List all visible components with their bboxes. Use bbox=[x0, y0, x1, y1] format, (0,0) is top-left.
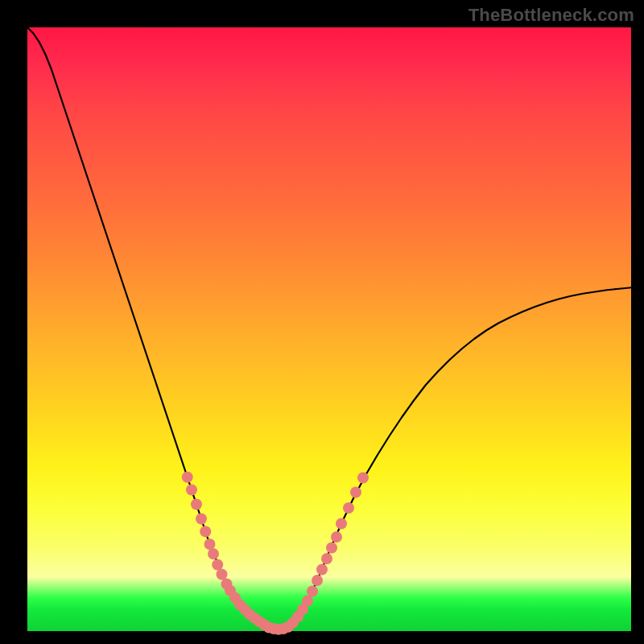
outer-frame: TheBottleneck.com bbox=[0, 0, 644, 644]
highlight-dot bbox=[186, 485, 197, 496]
highlight-dot bbox=[204, 539, 216, 550]
highlight-dot bbox=[307, 586, 318, 597]
highlight-dot bbox=[336, 518, 347, 530]
highlight-dot bbox=[331, 531, 342, 543]
chart-svg bbox=[27, 27, 631, 631]
highlight-dot bbox=[312, 575, 323, 586]
highlight-dot bbox=[212, 559, 223, 571]
highlight-dot bbox=[343, 502, 354, 514]
highlight-dot bbox=[217, 569, 228, 580]
highlight-dot bbox=[191, 499, 202, 510]
highlight-dot bbox=[350, 487, 361, 498]
highlight-dot bbox=[316, 564, 328, 576]
bottleneck-curve bbox=[27, 27, 631, 630]
highlight-dots bbox=[182, 472, 369, 635]
curve-line bbox=[27, 27, 631, 630]
highlight-dot bbox=[321, 553, 332, 564]
highlight-dot bbox=[357, 473, 369, 484]
highlight-dot bbox=[302, 596, 313, 607]
highlight-dot bbox=[182, 472, 193, 483]
watermark-text: TheBottleneck.com bbox=[469, 5, 634, 26]
highlight-dot bbox=[208, 548, 219, 559]
highlight-dot bbox=[326, 543, 337, 554]
highlight-dot bbox=[200, 526, 211, 537]
highlight-dot bbox=[196, 514, 207, 525]
plot-area bbox=[27, 27, 631, 631]
